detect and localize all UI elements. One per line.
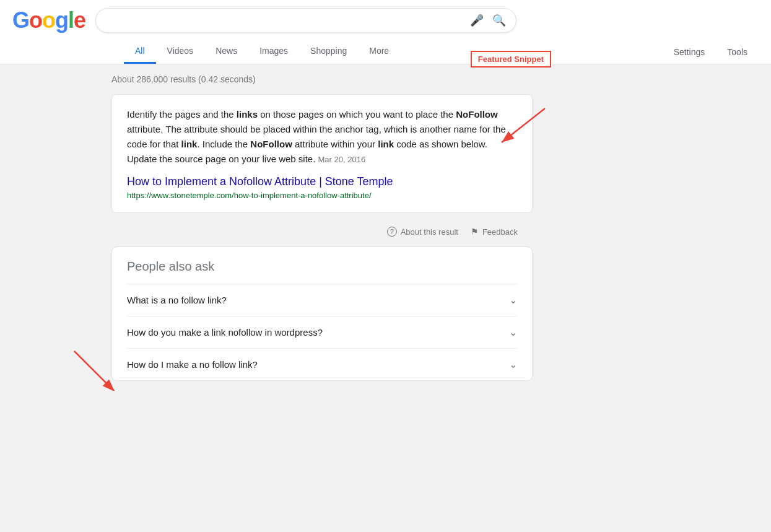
chevron-icon-2: ⌄	[509, 326, 517, 338]
snippet-bold-link2: link	[181, 139, 198, 149]
tab-news[interactable]: News	[204, 40, 248, 64]
featured-snippet-arrow	[489, 105, 551, 149]
tab-tools[interactable]: Tools	[716, 41, 759, 63]
nav-tabs: All Videos News Images Shopping More Set…	[12, 40, 759, 64]
google-logo: Google	[12, 7, 85, 33]
snippet-date: Mar 20, 2016	[318, 155, 366, 164]
paa-question-2: How do you make a link nofollow in wordp…	[127, 327, 323, 338]
paa-item-1[interactable]: What is a no follow link? ⌄	[127, 284, 517, 316]
snippet-bold-links: links	[237, 109, 258, 120]
search-icons: 🎤 🔍	[470, 14, 506, 27]
header-top: Google how to implement a nofollow link …	[12, 7, 759, 33]
about-this-result[interactable]: ? About this result	[387, 227, 458, 237]
snippet-text-part2: on those pages on which you want to plac…	[258, 109, 456, 120]
snippet-link-title[interactable]: How to Implement a Nofollow Attribute | …	[127, 175, 517, 188]
about-result-label: About this result	[401, 227, 458, 237]
snippet-text-part4: . Include the	[197, 139, 250, 149]
logo-g2: g	[55, 7, 68, 33]
paa-question-3: How do I make a no follow link?	[127, 359, 258, 370]
paa-item-3[interactable]: How do I make a no follow link? ⌄	[127, 348, 517, 380]
snippet-footer: ? About this result ⚑ Feedback	[111, 220, 533, 242]
search-input[interactable]: how to implement a nofollow link	[106, 15, 470, 26]
snippet-bold-nofollow2: NoFollow	[250, 139, 292, 149]
people-also-ask: People also ask What is a no follow link…	[111, 246, 533, 381]
snippet-text: Identify the pages and the links on thos…	[127, 107, 517, 167]
svg-line-1	[502, 108, 545, 142]
feedback-button[interactable]: ⚑ Feedback	[471, 227, 518, 237]
answer-box-arrow	[71, 348, 146, 391]
search-bar: how to implement a nofollow link 🎤 🔍	[95, 8, 516, 33]
search-button[interactable]: 🔍	[492, 14, 506, 27]
tab-videos[interactable]: Videos	[156, 40, 205, 64]
tab-more[interactable]: More	[358, 40, 400, 64]
main-content: About 286,000 results (0.42 seconds) Fea…	[0, 64, 771, 391]
logo-o1: o	[29, 7, 42, 33]
snippet-bold-link3: link	[378, 139, 394, 149]
logo-l: l	[68, 7, 74, 33]
tab-shopping[interactable]: Shopping	[299, 40, 358, 64]
header: Google how to implement a nofollow link …	[0, 0, 771, 64]
feedback-label: Feedback	[482, 227, 518, 237]
paa-title: People also ask	[127, 259, 517, 274]
featured-snippet-annotation: Featured Snippet	[471, 51, 551, 68]
logo-g: G	[12, 7, 29, 33]
microphone-icon[interactable]: 🎤	[470, 14, 484, 27]
svg-line-3	[74, 351, 115, 391]
tab-all[interactable]: All	[124, 40, 156, 64]
chevron-icon-1: ⌄	[509, 294, 517, 306]
chevron-icon-3: ⌄	[509, 359, 517, 370]
featured-snippet-box: Identify the pages and the links on thos…	[111, 94, 533, 213]
paa-question-1: What is a no follow link?	[127, 295, 227, 305]
logo-o2: o	[42, 7, 55, 33]
tab-images[interactable]: Images	[248, 40, 299, 64]
paa-item-2[interactable]: How do you make a link nofollow in wordp…	[127, 316, 517, 348]
results-count: About 286,000 results (0.42 seconds)	[111, 74, 533, 84]
tab-settings[interactable]: Settings	[663, 41, 717, 63]
question-icon: ?	[387, 227, 397, 237]
annotation-wrapper: Featured Snippet Answer Box	[111, 94, 533, 381]
flag-icon: ⚑	[471, 227, 479, 237]
snippet-text-part5: attribute within your	[292, 139, 378, 149]
logo-e: e	[74, 7, 85, 33]
snippet-text-part1: Identify the pages and the	[127, 109, 237, 120]
results-column: About 286,000 results (0.42 seconds) Fea…	[111, 74, 533, 381]
snippet-url: https://www.stonetemple.com/how-to-imple…	[127, 191, 517, 200]
